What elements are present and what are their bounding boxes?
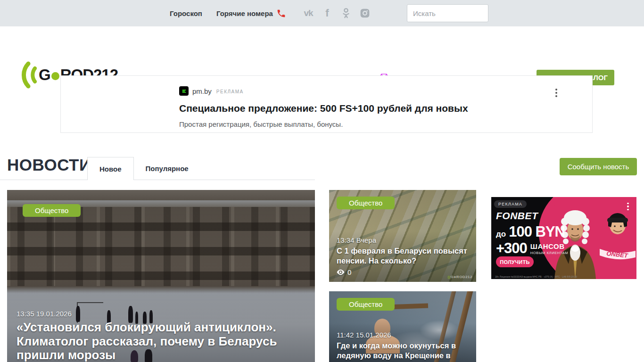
ad-label: РЕКЛАМА — [216, 89, 244, 94]
logo-arcs-icon — [17, 61, 37, 89]
views-count: 0 — [347, 268, 351, 276]
article-card-pensions[interactable]: Общество 13:34 Вчера С 1 февраля в Белар… — [329, 190, 476, 282]
article-title[interactable]: Где и когда можно окунуться в ледяную во… — [337, 341, 470, 362]
horoscope-link[interactable]: Гороскоп — [170, 9, 202, 17]
article-card-main[interactable]: Общество 13:35 19.01.2026 «Установился б… — [7, 190, 315, 362]
top-utility-bar: Гороскоп Горячие номера vk f — [0, 0, 644, 26]
instagram-icon[interactable] — [359, 7, 371, 19]
category-badge[interactable]: Общество — [337, 298, 395, 311]
social-links: vk f — [302, 7, 378, 19]
bonus-note: НОВЫМ КЛИЕНТАМ — [530, 251, 568, 255]
site-header: GROD212.by НОВОСТИ АФИША РАБОТА ОБЪЯВЛЕН… — [0, 26, 644, 74]
tab-popular[interactable]: Популярное — [134, 157, 200, 180]
article-card-epiphany[interactable]: Общество 11:42 15.01.2026 Где и когда мо… — [329, 291, 476, 362]
logo-dot — [51, 72, 59, 80]
facebook-icon[interactable]: f — [321, 7, 333, 19]
news-tabs: Новое Популярное — [87, 157, 200, 180]
article-timestamp: 11:42 15.01.2026 — [337, 331, 470, 339]
photo-watermark: ((G●ROD212 — [447, 275, 472, 279]
page-title: НОВОСТИ — [7, 156, 91, 174]
bonus-amount: +300 — [496, 240, 527, 257]
top-ad-banner[interactable]: pm.by РЕКЛАМА Специальное предложение: 5… — [60, 75, 593, 133]
ad-label: РЕКЛАМА — [494, 200, 527, 208]
hot-numbers-link[interactable]: Горячие номера — [216, 9, 273, 17]
tab-new[interactable]: Новое — [87, 157, 134, 180]
fonbet-logo: FONBET — [496, 210, 538, 222]
ad-subtitle: Простая регистрация, быстрые выплаты, бо… — [179, 120, 556, 128]
phone-icon — [276, 8, 286, 18]
eye-icon — [337, 269, 345, 275]
ad-title[interactable]: Специальное предложение: 500 FS+100 рубл… — [179, 103, 556, 114]
article-title[interactable]: «Установился блокирующий антициклон». Кл… — [17, 321, 315, 362]
ad-legal-text: 18+ Лицензия №33/20/АЗ выдана МНС РБ · +… — [495, 275, 634, 278]
vk-icon[interactable]: vk — [302, 7, 314, 19]
advertiser-logo-icon — [179, 86, 189, 96]
get-bonus-button[interactable]: ПОЛУЧИТЬ — [496, 256, 534, 267]
offer-prefix: до — [496, 230, 506, 239]
odnoklassniki-icon[interactable] — [340, 7, 352, 19]
offer-amount: 100 BYN — [509, 223, 565, 240]
search-input[interactable] — [407, 4, 488, 22]
bonus-unit: ШАНСОВ — [530, 242, 568, 250]
advertiser-name: pm.by — [192, 87, 212, 95]
ad-menu-icon[interactable] — [627, 202, 629, 211]
report-news-button[interactable]: Сообщить новость — [560, 158, 637, 175]
article-title[interactable]: С 1 февраля в Беларуси повысят пенсии. Н… — [337, 246, 469, 266]
fonbet-ad-banner[interactable]: ONBET РЕКЛАМА FONBET до 100 BYN +300 ШАН… — [491, 197, 636, 279]
category-badge[interactable]: Общество — [337, 197, 395, 209]
category-badge[interactable]: Общество — [23, 204, 81, 217]
article-timestamp: 13:34 Вчера — [337, 236, 469, 244]
article-timestamp: 13:35 19.01.2026 — [17, 310, 315, 318]
